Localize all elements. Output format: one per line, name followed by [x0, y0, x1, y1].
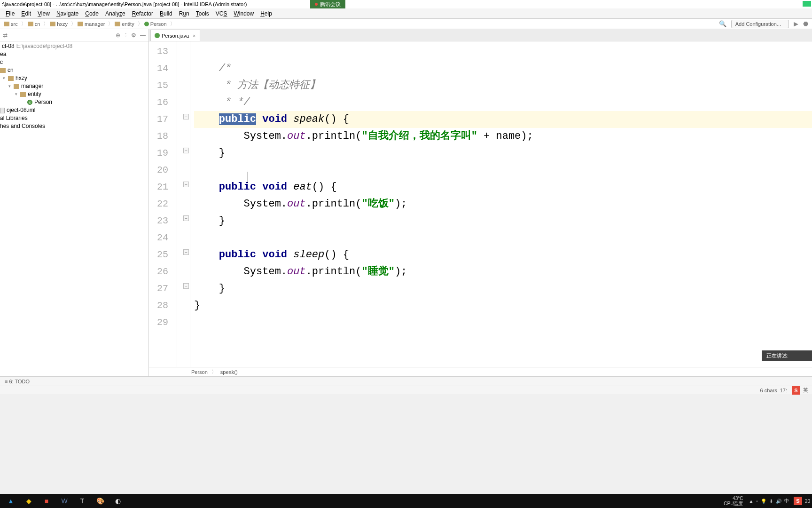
file-icon: [0, 108, 5, 113]
code-editor[interactable]: 1314151617181920212223242526272829 − − −…: [149, 41, 812, 367]
close-tab-icon[interactable]: ×: [193, 33, 195, 39]
menu-window[interactable]: Window: [231, 9, 257, 18]
taskbar-intellij-icon[interactable]: ■: [38, 494, 55, 508]
fold-icon[interactable]: −: [183, 182, 189, 187]
fold-gutter: − − − − − −: [177, 41, 190, 367]
taskbar-app-icon[interactable]: W: [55, 494, 73, 508]
editor-breadcrumb[interactable]: Person 〉 speak(): [149, 367, 812, 376]
tree-item[interactable]: oject-08.iml: [0, 106, 148, 114]
taskbar-app-icon[interactable]: 🎨: [91, 494, 109, 508]
todo-tool-button[interactable]: ≡ 6: TODO: [5, 379, 30, 384]
class-icon: [155, 33, 160, 38]
tree-root[interactable]: ct-08E:\javacode\project-08: [0, 42, 148, 50]
menu-refactor[interactable]: Refactor: [129, 9, 156, 18]
window-title: :\javacode\project-08] - ...\src\cn\hxzy…: [2, 1, 247, 7]
taskbar-app-icon[interactable]: T: [73, 494, 91, 508]
tray-lang[interactable]: 中: [784, 498, 789, 504]
folder-icon: [14, 84, 19, 89]
run-icon[interactable]: ▶: [794, 20, 798, 27]
tray-time: 20: [805, 499, 810, 504]
taskbar-chrome-icon[interactable]: ◐: [109, 494, 127, 508]
text-cursor: [248, 172, 248, 183]
project-tree[interactable]: ct-08E:\javacode\project-08 ea c cn ▾hxz…: [0, 41, 148, 376]
menu-run[interactable]: Run: [176, 9, 192, 18]
tray-ime-icon[interactable]: S: [794, 497, 802, 505]
tray-icon[interactable]: ▫: [756, 499, 758, 504]
project-toolbar: ⇄ ⊕ ÷ ⚙ —: [0, 29, 148, 41]
tree-item[interactable]: ea: [0, 50, 148, 58]
gear-icon[interactable]: ⚙: [131, 32, 136, 39]
system-tray[interactable]: 43°C CPU温度 ▲ ▫ 💡 ⬇ 🔊 中 S 20: [724, 496, 810, 506]
fold-icon[interactable]: −: [183, 114, 189, 119]
tray-icon[interactable]: ▲: [749, 499, 753, 504]
tree-item[interactable]: ▾manager: [0, 82, 148, 90]
breadcrumb[interactable]: cn: [28, 21, 40, 27]
taskbar-app-icon[interactable]: ▲: [2, 494, 20, 508]
menu-navigate[interactable]: Navigate: [54, 9, 81, 18]
menu-build[interactable]: Build: [157, 9, 175, 18]
ime-lang: 英: [803, 387, 808, 394]
folder-icon: [50, 22, 55, 26]
breadcrumb[interactable]: manager: [78, 21, 105, 27]
editor-area: Person.java × 13141516171819202122232425…: [149, 29, 812, 376]
tree-item[interactable]: al Libraries: [0, 114, 148, 122]
status-chars: 6 chars: [760, 388, 777, 393]
fold-icon[interactable]: −: [183, 215, 189, 221]
folder-icon: [8, 76, 14, 81]
tray-volume-icon[interactable]: 🔊: [776, 499, 781, 504]
folder-icon: [20, 92, 26, 97]
menu-vcs[interactable]: VCS: [213, 9, 230, 18]
collapse-icon[interactable]: ÷: [124, 32, 127, 39]
recording-dot-icon: [315, 3, 318, 6]
breadcrumb[interactable]: Person: [144, 21, 167, 27]
meeting-badge[interactable]: 腾讯会议: [310, 0, 345, 8]
breadcrumb[interactable]: src: [4, 21, 18, 27]
tray-icon[interactable]: ⬇: [769, 499, 773, 504]
menu-code[interactable]: Code: [82, 9, 102, 18]
hide-icon[interactable]: —: [140, 32, 146, 39]
tree-item[interactable]: cn: [0, 66, 148, 74]
folder-icon: [4, 22, 9, 26]
fold-icon[interactable]: −: [183, 283, 189, 289]
folder-icon: [28, 22, 33, 26]
tray-icon[interactable]: 💡: [761, 499, 766, 504]
editor-tabs: Person.java ×: [149, 29, 812, 41]
debug-icon[interactable]: ⬣: [803, 20, 808, 27]
search-icon[interactable]: 🔍: [719, 20, 726, 27]
menu-bar: File Edit View Navigate Code Analyze Ref…: [0, 8, 812, 19]
run-config-dropdown[interactable]: Add Configuration...: [731, 20, 789, 28]
tree-item[interactable]: hes and Consoles: [0, 122, 148, 130]
windows-taskbar: ▲ ◆ ■ W T 🎨 ◐ 43°C CPU温度 ▲ ▫ 💡 ⬇ 🔊 中 S 2…: [0, 494, 812, 508]
menu-analyze[interactable]: Analyze: [102, 9, 128, 18]
code-content[interactable]: /* * 方法【动态特征】 * */ public void speak() {…: [190, 41, 812, 367]
tree-item[interactable]: ▾entity: [0, 90, 148, 98]
taskbar-app-icon[interactable]: ◆: [20, 494, 38, 508]
menu-view[interactable]: View: [35, 9, 53, 18]
target-icon[interactable]: ⊕: [116, 32, 120, 39]
project-tool-window: ⇄ ⊕ ÷ ⚙ — ct-08E:\javacode\project-08 ea…: [0, 29, 149, 376]
select-opened-file-icon[interactable]: ⇄: [3, 32, 8, 39]
folder-icon: [0, 68, 6, 73]
menu-tools[interactable]: Tools: [193, 9, 212, 18]
class-icon: c: [27, 100, 32, 105]
menu-help[interactable]: Help: [258, 9, 275, 18]
status-bar: 6 chars 17: S 英: [0, 386, 812, 394]
tree-item-person[interactable]: cPerson: [0, 98, 148, 106]
fold-icon[interactable]: −: [183, 148, 189, 153]
meeting-speaker-overlay: 正在讲述:: [762, 350, 812, 361]
tool-window-bar: ≡ 6: TODO: [0, 376, 812, 386]
ime-indicator-icon[interactable]: S: [792, 386, 800, 395]
class-icon: [144, 22, 149, 26]
folder-icon: [78, 22, 83, 26]
navigation-bar: src〉 cn〉 hxzy〉 manager〉 entity〉 Person〉 …: [0, 19, 812, 29]
tree-item[interactable]: c: [0, 58, 148, 66]
tree-item[interactable]: ▾hxzy: [0, 74, 148, 82]
editor-tab-person[interactable]: Person.java ×: [150, 30, 200, 41]
window-control[interactable]: [803, 1, 811, 7]
title-bar: :\javacode\project-08] - ...\src\cn\hxzy…: [0, 0, 812, 8]
menu-file[interactable]: File: [3, 9, 17, 18]
menu-edit[interactable]: Edit: [18, 9, 34, 18]
fold-icon[interactable]: −: [183, 249, 189, 255]
breadcrumb[interactable]: entity: [115, 21, 134, 27]
breadcrumb[interactable]: hxzy: [50, 21, 68, 27]
